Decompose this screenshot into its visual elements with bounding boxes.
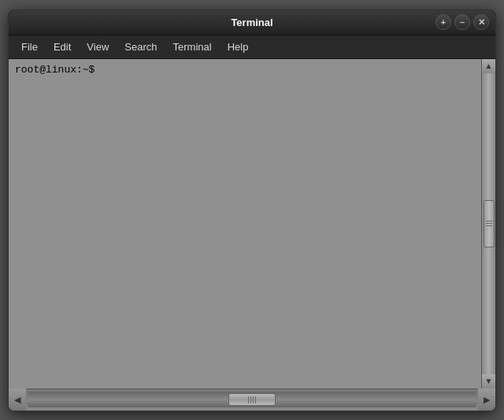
menu-terminal[interactable]: Terminal: [165, 38, 220, 56]
scroll-track-horizontal[interactable]: [28, 392, 476, 407]
scroll-up-arrow[interactable]: ▲: [482, 59, 496, 73]
scroll-down-arrow[interactable]: ▼: [482, 374, 496, 388]
menu-view[interactable]: View: [79, 38, 117, 56]
scroll-left-arrow[interactable]: ◀: [9, 388, 26, 411]
terminal-area[interactable]: root@linux:~$: [9, 59, 481, 388]
menu-help[interactable]: Help: [220, 38, 257, 56]
terminal-window: Terminal + – ✕ File Edit View Search Te: [8, 9, 496, 411]
menu-search[interactable]: Search: [117, 38, 165, 56]
menu-edit[interactable]: Edit: [46, 38, 79, 56]
scroll-right-arrow[interactable]: ▶: [478, 388, 495, 411]
horizontal-scrollbar: ◀ ▶: [9, 388, 495, 411]
menubar: File Edit View Search Terminal Help: [9, 35, 495, 59]
content-area: root@linux:~$ ▲ ▼: [9, 59, 495, 388]
grip-line-3: [486, 225, 492, 226]
grip-line-1: [486, 221, 492, 221]
scroll-thumb-vertical[interactable]: [484, 200, 495, 247]
grip-line-2: [486, 223, 492, 224]
window-title: Terminal: [231, 17, 272, 28]
hgrip-line-3: [253, 396, 254, 403]
scroll-track-vertical[interactable]: [482, 73, 495, 374]
hgrip-line-2: [250, 396, 251, 403]
vertical-scrollbar: ▲ ▼: [481, 59, 495, 388]
titlebar: Terminal + – ✕: [9, 10, 495, 35]
window-controls: + – ✕: [435, 14, 489, 30]
hgrip-line-1: [248, 396, 249, 403]
minimize-button[interactable]: –: [454, 14, 470, 30]
add-button[interactable]: +: [435, 14, 451, 30]
scroll-thumb-horizontal[interactable]: [228, 393, 276, 406]
terminal-prompt: root@linux:~$: [15, 64, 94, 76]
hgrip-line-4: [255, 396, 256, 403]
scroll-thumb-grip: [486, 221, 492, 226]
close-button[interactable]: ✕: [473, 14, 489, 30]
menu-file[interactable]: File: [13, 38, 46, 56]
